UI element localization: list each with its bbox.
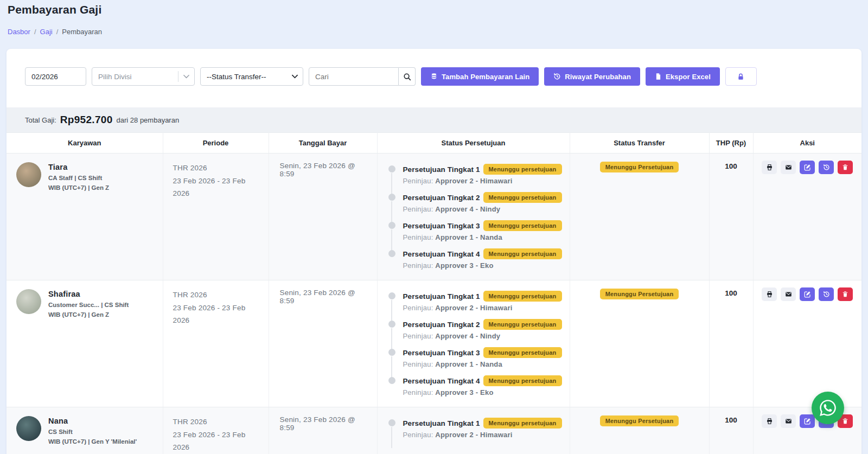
search-button[interactable] (399, 67, 416, 86)
approval-step: Persetujuan Tingkat 1 Menunggu persetuju… (388, 418, 562, 439)
email-button[interactable] (781, 287, 796, 301)
approval-status-badge: Menunggu persetujuan (483, 164, 562, 175)
edit-icon (804, 291, 811, 298)
approval-step-title: Persetujuan Tingkat 4 (403, 377, 483, 385)
search-group (309, 67, 416, 86)
content-card: Pilih Divisi --Status Transfer-- (7, 49, 861, 454)
approval-status-badge: Menunggu persetujuan (483, 220, 562, 231)
export-excel-label: Ekspor Excel (666, 73, 711, 81)
breadcrumb-separator: / (56, 28, 59, 36)
printer-icon (766, 291, 773, 298)
delete-button[interactable] (838, 287, 853, 301)
edit-button[interactable] (800, 414, 815, 428)
total-salary-summary: Total Gaji: Rp952.700 dari 28 pembayaran (7, 107, 861, 132)
thp-value: 100 (725, 416, 737, 424)
avatar (16, 162, 41, 187)
approval-timeline: Persetujuan Tingkat 1 Menunggu persetuju… (388, 164, 562, 270)
email-button[interactable] (781, 414, 796, 428)
transfer-status-badge: Menunggu Persetujuan (600, 289, 679, 299)
approval-status-badge: Menunggu persetujuan (483, 347, 562, 358)
approval-reviewer: Peninjau: Approver 4 - Nindy (403, 332, 562, 340)
approval-step: Persetujuan Tingkat 3 Menunggu persetuju… (388, 347, 562, 368)
approval-status-badge: Menunggu persetujuan (483, 291, 562, 302)
approval-step: Persetujuan Tingkat 4 Menunggu persetuju… (388, 248, 562, 270)
edit-button[interactable] (800, 161, 815, 174)
export-excel-button[interactable]: Ekspor Excel (646, 67, 720, 86)
pay-date: Senin, 23 Feb 2026 @ 8:59 (280, 289, 372, 305)
row-actions (754, 161, 861, 174)
approval-step-title: Persetujuan Tingkat 1 (403, 165, 483, 174)
breadcrumb-item-gaji[interactable]: Gaji (40, 28, 53, 36)
thp-value: 100 (725, 162, 737, 170)
envelope-icon (785, 164, 792, 171)
lock-button[interactable] (725, 67, 757, 86)
approval-reviewer: Peninjau: Approver 2 - Himawari (403, 177, 562, 185)
employee-role: CS Shift (48, 427, 137, 437)
whatsapp-button[interactable] (812, 392, 844, 424)
print-button[interactable] (762, 161, 777, 174)
envelope-icon (785, 418, 792, 425)
whatsapp-icon (819, 399, 837, 417)
column-header: Status Persetujuan (377, 133, 570, 154)
breadcrumb: Dasbor/Gaji/Pembayaran (8, 28, 859, 36)
breadcrumb-item-dasbor[interactable]: Dasbor (8, 28, 30, 36)
approval-step-title: Persetujuan Tingkat 3 (403, 349, 483, 357)
approval-reviewer: Peninjau: Approver 4 - Nindy (403, 205, 562, 213)
periode-range: 23 Feb 2026 - 23 Feb 2026 (173, 175, 263, 200)
row-actions (754, 287, 861, 301)
email-button[interactable] (781, 161, 796, 174)
approval-step: Persetujuan Tingkat 2 Menunggu persetuju… (388, 319, 562, 340)
month-input[interactable] (25, 67, 86, 86)
payroll-table: KaryawanPeriodeTanggal BayarStatus Perse… (7, 132, 861, 454)
approval-step: Persetujuan Tingkat 4 Menunggu persetuju… (388, 375, 562, 397)
periode-title: THR 2026 (173, 162, 263, 175)
column-header: Periode (163, 133, 269, 154)
pay-date: Senin, 23 Feb 2026 @ 8:59 (280, 162, 372, 178)
approval-reviewer: Peninjau: Approver 2 - Himawari (403, 431, 562, 439)
approval-timeline: Persetujuan Tingkat 1 Menunggu persetuju… (388, 418, 562, 439)
print-button[interactable] (762, 414, 777, 428)
trash-icon (842, 291, 848, 298)
search-input[interactable] (309, 67, 399, 86)
page-title: Pembayaran Gaji (8, 3, 859, 16)
add-payment-button[interactable]: Tambah Pembayaran Lain (421, 67, 539, 86)
employee-meta: WIB (UTC+7) | Gen Z (48, 310, 129, 320)
delete-button[interactable] (838, 161, 853, 174)
approval-step-title: Persetujuan Tingkat 4 (403, 250, 483, 258)
transfer-status-select-value: --Status Transfer-- (207, 73, 292, 81)
total-salary-amount: Rp952.700 (60, 114, 113, 126)
envelope-icon (785, 291, 792, 298)
approval-status-badge: Menunggu persetujuan (483, 375, 562, 386)
approval-timeline: Persetujuan Tingkat 1 Menunggu persetuju… (388, 291, 562, 397)
history-icon (823, 291, 830, 298)
approval-step: Persetujuan Tingkat 2 Menunggu persetuju… (388, 192, 562, 213)
filter-bar: Pilih Divisi --Status Transfer-- (7, 49, 861, 107)
approval-status-badge: Menunggu persetujuan (483, 418, 562, 429)
file-icon (655, 73, 662, 80)
employee-meta: WIB (UTC+7) | Gen Y 'Milenial' (48, 437, 137, 447)
approval-reviewer: Peninjau: Approver 2 - Himawari (403, 304, 562, 312)
periode-range: 23 Feb 2026 - 23 Feb 2026 (173, 429, 263, 454)
page-header: Pembayaran Gaji Dasbor/Gaji/Pembayaran (0, 0, 868, 36)
approval-step-title: Persetujuan Tingkat 2 (403, 321, 483, 329)
row-history-button[interactable] (819, 287, 834, 301)
division-select-value: Pilih Divisi (98, 73, 178, 81)
approval-step: Persetujuan Tingkat 1 Menunggu persetuju… (388, 164, 562, 185)
row-actions (754, 414, 861, 428)
print-button[interactable] (762, 287, 777, 301)
table-header-row: KaryawanPeriodeTanggal BayarStatus Perse… (7, 133, 861, 154)
division-select[interactable]: Pilih Divisi (92, 67, 195, 86)
periode-range: 23 Feb 2026 - 23 Feb 2026 (173, 302, 263, 327)
change-history-button[interactable]: Riwayat Perubahan (544, 67, 640, 86)
approval-reviewer: Peninjau: Approver 3 - Eko (403, 388, 562, 397)
approval-status-badge: Menunggu persetujuan (483, 248, 562, 259)
chevron-down-icon (292, 74, 298, 79)
table-row: Tiara CA Staff | CS Shift WIB (UTC+7) | … (7, 154, 861, 280)
trash-icon (842, 418, 848, 425)
row-history-button[interactable] (819, 161, 834, 174)
history-icon (823, 164, 830, 171)
transfer-status-select[interactable]: --Status Transfer-- (200, 67, 303, 86)
edit-button[interactable] (800, 287, 815, 301)
coins-icon (430, 73, 438, 80)
employee-role: CA Staff | CS Shift (48, 174, 109, 183)
